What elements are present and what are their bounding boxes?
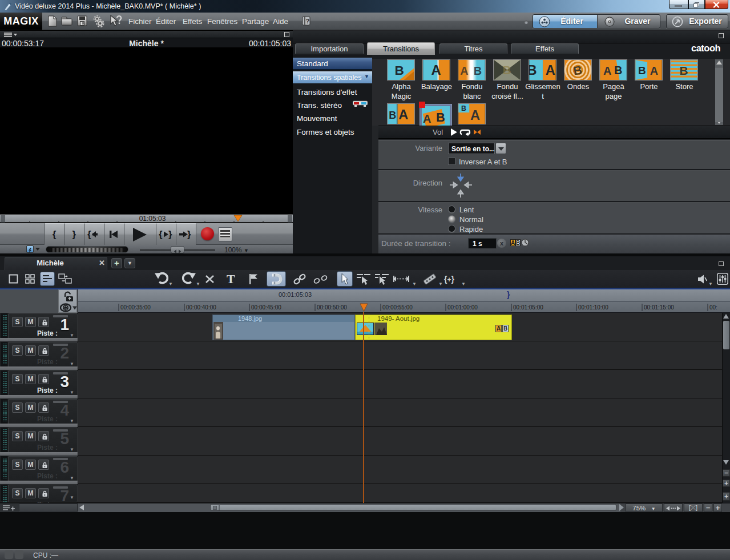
svg-text:00:01:00:00: 00:01:00:00 [447, 304, 478, 311]
svg-text:A: A [470, 108, 480, 123]
svg-text:00:: 00: [709, 304, 717, 311]
svg-text:00:01:15:00: 00:01:15:00 [644, 304, 674, 311]
svg-text:00:00:45:00: 00:00:45:00 [251, 304, 281, 311]
svg-text:B: B [614, 64, 622, 76]
svg-text:A: A [431, 63, 441, 78]
svg-text:A: A [398, 107, 408, 122]
svg-text:?: ? [306, 18, 310, 25]
svg-text:B: B [529, 63, 537, 78]
svg-text:00:00:40:00: 00:00:40:00 [186, 304, 216, 311]
svg-text:}: } [168, 229, 172, 239]
svg-text:00:00:35:00: 00:00:35:00 [120, 304, 151, 311]
svg-text:B: B [572, 63, 583, 78]
svg-text:B: B [679, 64, 688, 77]
svg-text:00:00:55:00: 00:00:55:00 [382, 304, 413, 311]
svg-text:{: { [87, 229, 91, 239]
svg-text:00:01:10:00: 00:01:10:00 [578, 304, 608, 311]
svg-text:B: B [502, 63, 511, 76]
svg-text:B: B [638, 65, 646, 76]
svg-text:A: A [546, 63, 555, 78]
svg-text:A: A [650, 65, 658, 77]
svg-text:B: B [389, 110, 396, 121]
svg-text:A: A [603, 65, 611, 77]
svg-text:00:01:05:00: 00:01:05:00 [513, 304, 543, 311]
svg-text:00:00:50:00: 00:00:50:00 [317, 304, 347, 311]
svg-text:}: } [187, 229, 191, 239]
svg-text:B: B [461, 104, 466, 112]
svg-text:B: B [395, 63, 404, 78]
svg-text:B: B [436, 110, 445, 124]
svg-text:B: B [474, 65, 482, 77]
svg-text:A: A [460, 65, 468, 77]
svg-text:{: { [159, 229, 163, 239]
svg-text:A: A [423, 112, 431, 125]
